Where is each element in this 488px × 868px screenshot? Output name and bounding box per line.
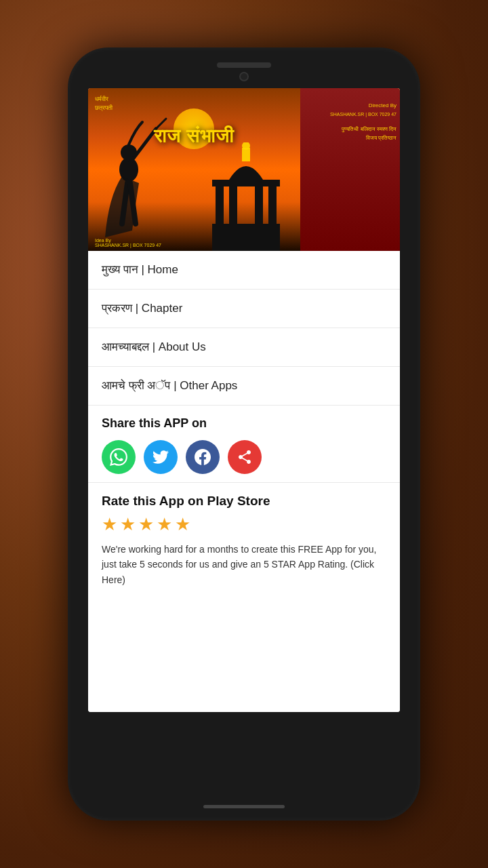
- menu-item-home[interactable]: मुख्य पान | Home: [88, 251, 400, 290]
- svg-rect-7: [216, 183, 224, 227]
- phone-home-indicator: [203, 805, 285, 808]
- star-2: ★: [120, 514, 136, 535]
- phone-frame: धर्मवीर छत्रपती राज संभाजी Idea By SHASH…: [68, 47, 420, 821]
- rate-section: Rate this App on Play Store ★ ★ ★ ★ ★ We…: [88, 483, 400, 598]
- generic-share-button[interactable]: [228, 440, 262, 474]
- twitter-icon: [152, 449, 169, 465]
- svg-rect-10: [268, 183, 277, 227]
- star-3: ★: [138, 514, 154, 535]
- star-1: ★: [102, 514, 117, 535]
- svg-rect-9: [255, 183, 263, 227]
- whatsapp-icon: [110, 448, 127, 466]
- temple-silhouette: [205, 142, 287, 251]
- svg-rect-8: [229, 183, 237, 227]
- hero-bottom-text: Idea By SHASHANK.SR | BOX 7029 47: [95, 238, 161, 248]
- share-title: Share this APP on: [102, 416, 386, 431]
- whatsapp-share-button[interactable]: [102, 440, 136, 474]
- rate-title: Rate this App on Play Store: [102, 494, 386, 509]
- hero-banner: धर्मवीर छत्रपती राज संभाजी Idea By SHASH…: [88, 88, 400, 251]
- phone-camera: [239, 72, 249, 81]
- hero-small-text: धर्मवीर छत्रपती: [95, 95, 113, 112]
- star-5: ★: [175, 514, 190, 535]
- hero-left-panel: धर्मवीर छत्रपती राज संभाजी Idea By SHASH…: [88, 88, 300, 251]
- phone-bottom-bar: [203, 800, 285, 821]
- star-4: ★: [157, 514, 172, 535]
- share-icon: [237, 449, 253, 465]
- hero-right-panel: Directed By SHASHANK.SR | BOX 7029 47 पु…: [300, 88, 400, 251]
- star-rating[interactable]: ★ ★ ★ ★ ★: [102, 514, 386, 535]
- rate-description[interactable]: We're working hard for a months to creat…: [102, 542, 386, 587]
- facebook-share-button[interactable]: [186, 440, 220, 474]
- share-section: Share this APP on: [88, 406, 400, 483]
- facebook-icon: [195, 449, 211, 465]
- menu-item-about[interactable]: आमच्याबद्दल | About Us: [88, 328, 400, 367]
- menu-item-other-apps[interactable]: आमचे फ्री अॅप | Other Apps: [88, 367, 400, 406]
- phone-speaker: [217, 62, 271, 68]
- share-icons-row: [102, 440, 386, 474]
- svg-rect-11: [212, 180, 280, 186]
- hero-right-text: Directed By SHASHANK.SR | BOX 7029 47 पु…: [330, 102, 396, 143]
- phone-screen: धर्मवीर छत्रपती राज संभाजी Idea By SHASH…: [88, 88, 400, 712]
- svg-rect-6: [212, 224, 280, 251]
- hero-marathi-title: राज संभाजी: [95, 122, 293, 148]
- twitter-share-button[interactable]: [144, 440, 178, 474]
- menu-item-chapter[interactable]: प्रकरण | Chapter: [88, 290, 400, 328]
- menu-list: मुख्य पान | Home प्रकरण | Chapter आमच्या…: [88, 251, 400, 712]
